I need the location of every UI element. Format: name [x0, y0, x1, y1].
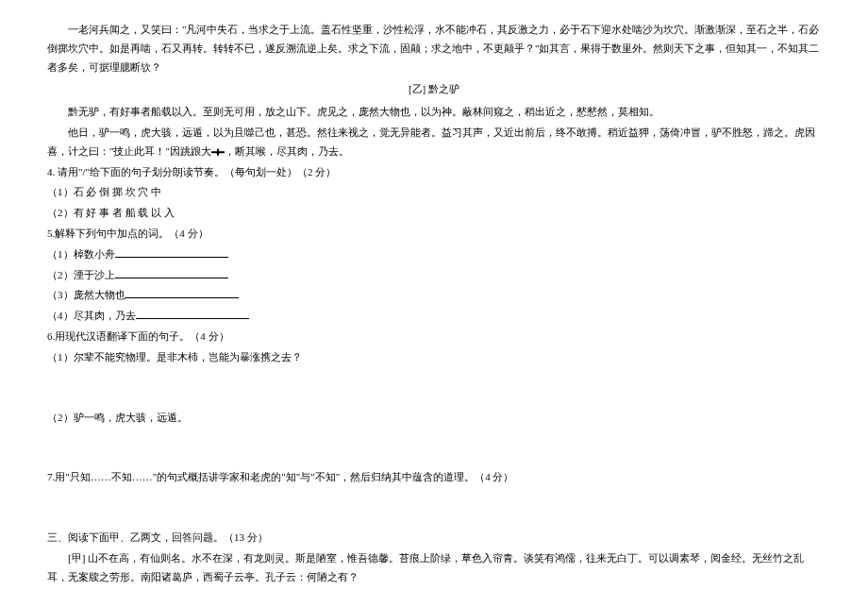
question-5-1: （1）棹数小舟: [47, 245, 821, 264]
passage-jia-quote: 一老河兵闻之，又笑曰："凡河中失石，当求之于上流。盖石性坚重，沙性松浮，水不能冲…: [47, 21, 821, 76]
question-6-1: （1）尔辈不能究物理。是非木杮，岂能为暴涨携之去？: [47, 348, 821, 367]
passage-yi-p2a: 他日，驴一鸣，虎大骇，远遁，以为且噬己也，甚恐。然往来视之，觉无异能者。益习其声…: [47, 126, 815, 157]
blank-5-4[interactable]: [136, 307, 249, 319]
roar-icon: [211, 147, 225, 157]
question-5: 5.解释下列句中加点的词。（4 分）: [47, 225, 821, 244]
question-4-1: （1）石 必 倒 掷 坎 穴 中: [47, 183, 821, 202]
blank-5-1[interactable]: [115, 245, 228, 258]
question-5-4: （4）尽其肉，乃去: [47, 307, 821, 326]
passage-yi-p2: 他日，驴一鸣，虎大骇，远遁，以为且噬己也，甚恐。然往来视之，觉无异能者。益习其声…: [47, 124, 821, 161]
title-yi: [乙] 黔之驴: [47, 80, 821, 99]
question-6: 6.用现代汉语翻译下面的句子。（4 分）: [47, 328, 821, 346]
passage-yi-p1: 黔无驴，有好事者船载以入。至则无可用，放之山下。虎见之，庞然大物也，以为神。蔽林…: [47, 103, 821, 122]
blank-5-3[interactable]: [125, 286, 239, 298]
blank-5-2[interactable]: [115, 266, 228, 278]
question-5-2: （2）湮于沙上: [47, 266, 821, 285]
answer-space-6-2: [47, 429, 821, 466]
answer-space-7: [47, 489, 821, 527]
question-7: 7.用"只知……不知……"的句式概括讲学家和老虎的"知"与"不知"，然后归纳其中…: [47, 468, 821, 487]
passage-jia-2: [甲] 山不在高，有仙则名。水不在深，有龙则灵。斯是陋室，惟吾德馨。苔痕上阶绿，…: [47, 549, 821, 587]
question-4-2: （2）有 好 事 者 船 载 以 入: [47, 204, 821, 223]
question-4: 4. 请用"/"给下面的句子划分朗读节奏。（每句划一处）（2 分）: [47, 163, 821, 182]
question-5-3: （3）庞然大物也: [47, 286, 821, 305]
section-3-heading: 三、阅读下面甲、乙两文，回答问题。（13 分）: [47, 529, 821, 548]
passage-yi-p2b: ，断其喉，尽其肉，乃去。: [225, 145, 349, 157]
answer-space-6-1: [47, 369, 821, 407]
question-6-2: （2）驴一鸣，虎大骇，远遁。: [47, 409, 821, 428]
